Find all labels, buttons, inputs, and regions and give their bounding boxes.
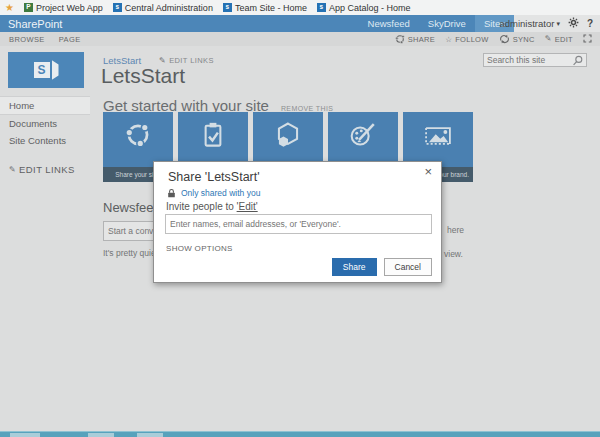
share-submit-button[interactable]: Share — [332, 258, 377, 276]
suite-bar-right-section: administrator ▾ ? — [514, 15, 600, 32]
chevron-down-icon: ▾ — [556, 20, 560, 28]
sidebar-item-site-contents[interactable]: Site Contents — [0, 132, 90, 149]
invite-permission: 'Edit' — [237, 201, 258, 212]
edit-button[interactable]: ✎ EDIT — [545, 35, 573, 44]
share-icon — [395, 34, 405, 44]
shared-status-link[interactable]: Only shared with you — [167, 188, 260, 198]
dialog-buttons: Share Cancel — [332, 258, 432, 276]
sidebar-edit-links[interactable]: ✎ EDIT LINKS — [0, 161, 90, 178]
show-options-link[interactable]: SHOW OPTIONS — [166, 244, 233, 253]
screen: ★ P Project Web App s Central Administra… — [0, 0, 600, 437]
suite-bar: SharePoint Newsfeed SkyDrive Sites admin… — [0, 15, 600, 32]
tab-browse[interactable]: BROWSE — [9, 35, 45, 44]
shared-status-label: Only shared with you — [181, 188, 260, 198]
search-input[interactable] — [484, 55, 572, 65]
share-dialog: Share 'LetsStart' × Only shared with you… — [153, 161, 442, 283]
share-button[interactable]: SHARE — [395, 34, 435, 44]
gear-icon[interactable] — [568, 17, 579, 30]
taskbar-button[interactable] — [10, 433, 40, 437]
sync-label: SYNC — [513, 35, 535, 44]
newsfeed-text-fragment: here — [447, 225, 464, 235]
favorite-team-site-home[interactable]: s Team Site - Home — [223, 3, 307, 13]
sharepoint-favicon: s — [113, 3, 122, 12]
share-site-icon — [121, 119, 155, 153]
taskbar-button[interactable] — [137, 433, 163, 437]
focus-mode-icon[interactable] — [583, 34, 592, 45]
ribbon-tabs: BROWSE PAGE — [0, 35, 81, 44]
favorites-star-icon[interactable]: ★ — [5, 3, 14, 13]
favorite-label: App Catalog - Home — [329, 3, 411, 13]
follow-label: FOLLOW — [455, 35, 488, 44]
favorite-project-web-app[interactable]: P Project Web App — [24, 3, 103, 13]
os-taskbar — [0, 431, 600, 437]
search-box — [483, 53, 587, 67]
sharepoint-logo-door — [52, 60, 59, 80]
newsfeed-text-fragment: view. — [444, 249, 463, 259]
suite-link-skydrive[interactable]: SkyDrive — [419, 15, 475, 32]
edit-label: EDIT — [555, 35, 573, 44]
sharepoint-brand: SharePoint — [0, 18, 62, 30]
invite-label: Invite people to 'Edit' — [166, 201, 258, 212]
lock-icon — [167, 188, 176, 198]
browser-favorites-bar: ★ P Project Web App s Central Administra… — [0, 0, 600, 16]
ribbon-actions: SHARE ☆ FOLLOW SYNC ✎ EDIT — [395, 34, 600, 45]
follow-button[interactable]: ☆ FOLLOW — [445, 35, 489, 44]
brand-picture-icon — [421, 119, 455, 153]
sidebar: Home Documents Site Contents ✎ EDIT LINK… — [0, 96, 90, 178]
user-menu[interactable]: administrator ▾ — [499, 18, 559, 29]
remove-this-link[interactable]: REMOVE THIS — [281, 105, 334, 112]
newsfeed-quiet-text: It's pretty quiet here. — [103, 248, 154, 258]
suite-bar-blue-section: SharePoint Newsfeed SkyDrive Sites — [0, 15, 514, 32]
style-palette-icon — [346, 119, 380, 153]
project-favicon: P — [24, 3, 33, 12]
page-title: LetsStart — [101, 64, 185, 88]
edit-links-label: EDIT LINKS — [19, 164, 75, 175]
favorite-central-administration[interactable]: s Central Administration — [113, 3, 213, 13]
suite-links: Newsfeed SkyDrive Sites — [359, 15, 514, 32]
tab-page[interactable]: PAGE — [59, 35, 81, 44]
dialog-title: Share 'LetsStart' — [168, 170, 260, 184]
favorite-app-catalog-home[interactable]: s App Catalog - Home — [317, 3, 411, 13]
user-name: administrator — [499, 18, 554, 29]
star-icon: ☆ — [445, 35, 452, 44]
pencil-icon: ✎ — [545, 35, 552, 43]
pencil-icon: ✎ — [9, 166, 16, 174]
site-logo[interactable]: S — [8, 52, 84, 88]
search-icon[interactable] — [572, 55, 586, 66]
cancel-button[interactable]: Cancel — [384, 258, 432, 276]
favorite-label: Project Web App — [36, 3, 103, 13]
invite-people-input[interactable] — [165, 214, 432, 234]
sidebar-item-documents[interactable]: Documents — [0, 115, 90, 132]
sync-button[interactable]: SYNC — [499, 34, 535, 44]
sync-icon — [499, 34, 510, 44]
sharepoint-favicon: s — [223, 3, 232, 12]
help-icon[interactable]: ? — [587, 18, 593, 29]
taskbar-button[interactable] — [88, 433, 114, 437]
suite-link-newsfeed[interactable]: Newsfeed — [359, 15, 419, 32]
sharepoint-logo-s: S — [34, 62, 50, 78]
apps-hexagon-icon — [271, 119, 305, 153]
favorite-label: Team Site - Home — [235, 3, 307, 13]
close-icon[interactable]: × — [424, 165, 432, 178]
sidebar-item-home[interactable]: Home — [0, 96, 90, 115]
favorite-label: Central Administration — [125, 3, 213, 13]
share-label: SHARE — [408, 35, 435, 44]
invite-prefix: Invite people to — [166, 201, 237, 212]
ribbon-bar: BROWSE PAGE SHARE ☆ FOLLOW SYNC ✎ EDIT — [0, 32, 600, 46]
tasks-clipboard-icon — [196, 119, 230, 153]
sharepoint-favicon: s — [317, 3, 326, 12]
